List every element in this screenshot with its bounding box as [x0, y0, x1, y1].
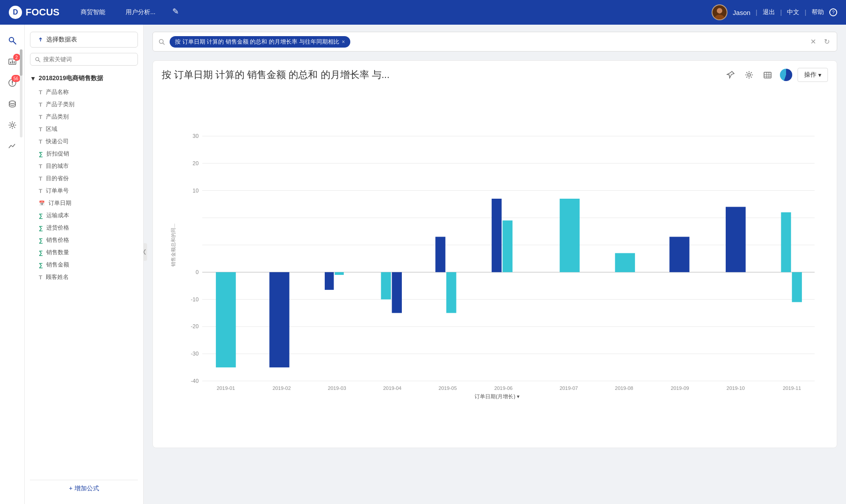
- field-label-12: 销售价格: [46, 236, 69, 244]
- divider-3: |: [805, 9, 806, 16]
- field-item-4[interactable]: T 快递公司: [30, 135, 138, 148]
- x-label-8: 2019-09: [671, 385, 689, 391]
- chart-container: 按 订单日期 计算的 销售金额 的总和 的月增长率 与...: [152, 60, 837, 448]
- field-type-icon-12: ∑: [39, 237, 43, 244]
- left-panel: 选择数据表 ▼ 20182019电商销售数据 T 产品名称 T 产品子类别 T …: [25, 25, 144, 504]
- help-icon[interactable]: ?: [829, 8, 837, 16]
- header: D FOCUS 商贸智能 用户分析... ✎ Jason | 退出 | 中文 |…: [0, 0, 846, 25]
- field-item-12[interactable]: ∑ 销售价格: [30, 234, 138, 246]
- bar-2019-04-cyan: [381, 272, 391, 300]
- main-content: 按 订单日期 计算的 销售金额 的总和 的月增长率 与往年同期相比 × ✕ ↻ …: [144, 25, 846, 504]
- operate-chevron-icon: ▾: [818, 71, 821, 78]
- nav-edit-icon[interactable]: ✎: [172, 7, 179, 18]
- field-item-2[interactable]: T 产品类别: [30, 111, 138, 123]
- sidebar-data-btn[interactable]: [4, 95, 21, 113]
- field-label-14: 销售金额: [46, 261, 69, 269]
- field-label-9: 订单日期: [48, 199, 71, 207]
- svg-point-11: [12, 84, 13, 85]
- x-label-10: 2019-11: [783, 385, 801, 391]
- field-item-6[interactable]: T 目的城市: [30, 160, 138, 172]
- query-search-icon: [158, 38, 165, 45]
- bar-2019-04-blue: [392, 272, 402, 313]
- field-type-icon-11: ∑: [39, 225, 43, 231]
- add-formula-btn[interactable]: + 增加公式: [30, 480, 138, 497]
- bar-2019-03-blue: [325, 272, 334, 290]
- logo[interactable]: D FOCUS: [9, 6, 59, 19]
- alert-badge: 56: [11, 75, 20, 82]
- field-item-8[interactable]: T 订单单号: [30, 185, 138, 197]
- avatar: [712, 4, 727, 20]
- field-type-icon-8: T: [39, 188, 42, 194]
- field-label-4: 快递公司: [46, 137, 69, 145]
- operate-btn-label: 操作: [804, 71, 816, 79]
- select-table-btn[interactable]: 选择数据表: [30, 32, 138, 48]
- field-type-icon-13: ∑: [39, 249, 43, 256]
- bar-2019-03-cyan: [335, 272, 344, 275]
- field-type-icon-0: T: [39, 89, 42, 96]
- scrollbar-thumb[interactable]: [20, 49, 22, 76]
- sidebar-scrollbar[interactable]: [20, 49, 22, 137]
- tree-arrow-icon: ▼: [30, 75, 36, 82]
- field-item-10[interactable]: ∑ 运输成本: [30, 209, 138, 222]
- bar-chart-svg: 销售金额总和的同... 3: [162, 91, 828, 399]
- x-label-2: 2019-03: [328, 385, 346, 391]
- field-label-10: 运输成本: [46, 211, 69, 219]
- field-type-icon-1: T: [39, 101, 42, 108]
- svg-point-19: [748, 74, 750, 76]
- pin-icon[interactable]: [724, 68, 738, 82]
- field-search-box[interactable]: [30, 53, 138, 66]
- nav-user[interactable]: 用户分析...: [122, 7, 159, 18]
- svg-line-16: [38, 60, 40, 62]
- operate-btn[interactable]: 操作 ▾: [798, 68, 828, 82]
- x-axis-label: 订单日期(月增长) ▾: [475, 393, 519, 399]
- field-item-7[interactable]: T 目的省份: [30, 172, 138, 185]
- query-tag: 按 订单日期 计算的 销售金额 的总和 的月增长率 与往年同期相比 ×: [170, 36, 350, 48]
- nav-commerce[interactable]: 商贸智能: [77, 7, 109, 18]
- lang-link[interactable]: 中文: [787, 8, 799, 16]
- field-item-15[interactable]: T 顾客姓名: [30, 271, 138, 283]
- bar-2019-09-blue: [669, 237, 689, 272]
- svg-text:-30: -30: [191, 351, 199, 357]
- field-type-icon-4: T: [39, 138, 42, 145]
- x-label-1: 2019-02: [272, 385, 291, 391]
- field-item-13[interactable]: ∑ 销售数量: [30, 246, 138, 259]
- x-label-4: 2019-05: [438, 385, 457, 391]
- search-clear-btn[interactable]: ✕: [809, 36, 818, 48]
- field-item-3[interactable]: T 区域: [30, 123, 138, 135]
- help-link[interactable]: 帮助: [812, 8, 824, 16]
- field-type-icon-10: ∑: [39, 212, 43, 219]
- field-type-icon-2: T: [39, 114, 42, 120]
- field-type-icon-5: ∑: [39, 151, 43, 157]
- sidebar-alert-btn[interactable]: 56: [4, 74, 21, 92]
- field-item-0[interactable]: T 产品名称: [30, 86, 138, 98]
- search-refresh-btn[interactable]: ↻: [822, 36, 831, 48]
- sidebar-search-btn[interactable]: [4, 32, 21, 49]
- field-item-14[interactable]: ∑ 销售金额: [30, 259, 138, 271]
- query-tag-close-btn[interactable]: ×: [342, 39, 345, 45]
- field-type-icon-15: T: [39, 274, 42, 281]
- x-label-3: 2019-04: [383, 385, 402, 391]
- bar-2019-11-cyan: [781, 212, 791, 272]
- x-label-6: 2019-07: [560, 385, 578, 391]
- tree-group[interactable]: ▼ 20182019电商销售数据: [30, 73, 138, 84]
- sidebar-report-btn[interactable]: 2: [4, 53, 21, 70]
- settings-icon[interactable]: [742, 68, 756, 82]
- field-item-5[interactable]: ∑ 折扣促销: [30, 148, 138, 160]
- field-item-1[interactable]: T 产品子类别: [30, 98, 138, 111]
- sidebar-settings-btn[interactable]: [4, 116, 21, 134]
- field-item-11[interactable]: ∑ 进货价格: [30, 222, 138, 234]
- svg-point-12: [9, 101, 15, 104]
- field-item-9[interactable]: 📅 订单日期: [30, 197, 138, 209]
- logout-link[interactable]: 退出: [763, 8, 775, 16]
- chart-title: 按 订单日期 计算的 销售金额 的总和 的月增长率 与...: [162, 68, 724, 82]
- table-icon[interactable]: [761, 68, 775, 82]
- field-label-11: 进货价格: [46, 224, 69, 232]
- pie-chart-icon[interactable]: [779, 68, 793, 82]
- field-label-13: 销售数量: [46, 248, 69, 256]
- field-search-input[interactable]: [43, 56, 133, 63]
- query-tag-text: 按 订单日期 计算的 销售金额 的总和 的月增长率 与往年同期相比: [175, 38, 339, 46]
- main-nav: 商贸智能 用户分析... ✎: [77, 7, 712, 18]
- tree-group-label: 20182019电商销售数据: [39, 74, 103, 82]
- bar-2019-06-blue: [492, 199, 502, 272]
- sidebar-trend-btn[interactable]: [4, 137, 21, 155]
